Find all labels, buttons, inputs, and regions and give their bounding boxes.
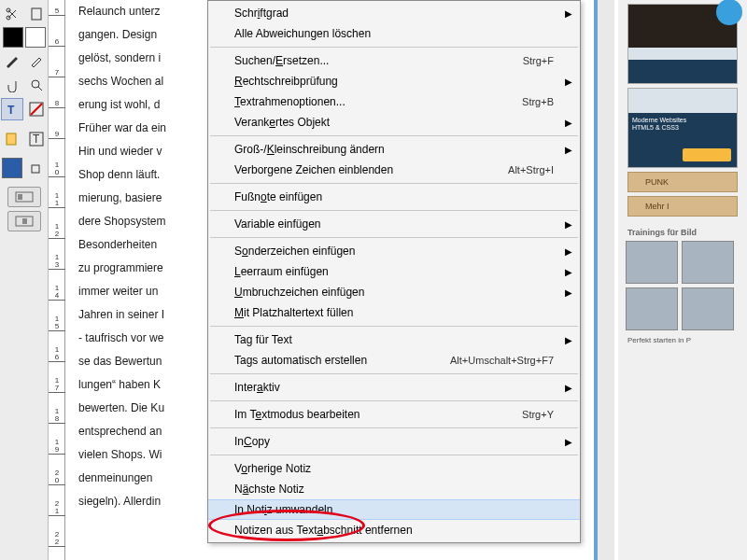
svg-point-3 — [32, 80, 39, 88]
svg-rect-13 — [22, 218, 27, 224]
submenu-arrow-icon: ▶ — [565, 267, 572, 277]
submenu-arrow-icon: ▶ — [565, 145, 572, 155]
sidebar-caption: Perfekt starten in P — [627, 336, 738, 344]
grid-thumb[interactable] — [626, 241, 678, 284]
submenu-arrow-icon: ▶ — [565, 8, 572, 19]
submenu-arrow-icon: ▶ — [565, 287, 572, 298]
grid-thumb[interactable] — [682, 287, 734, 330]
panel-collapsed-bar[interactable] — [594, 0, 614, 560]
menu-item[interactable]: Fußnote einfügen — [208, 187, 580, 207]
grid-thumb[interactable] — [682, 241, 734, 284]
panel-toggle-2[interactable] — [7, 211, 41, 231]
context-menu: Schriftgrad▶Alle Abweichungen löschenSuc… — [207, 0, 581, 543]
swap-icon[interactable] — [24, 158, 47, 180]
submenu-arrow-icon: ▶ — [565, 383, 572, 393]
submenu-arrow-icon: ▶ — [565, 437, 572, 447]
submenu-arrow-icon: ▶ — [565, 246, 572, 257]
text-frame-icon[interactable]: T — [25, 128, 48, 150]
thumbnail-1[interactable] — [627, 4, 738, 84]
svg-rect-11 — [18, 194, 22, 200]
sidebar-heading: Trainings für Bild — [627, 228, 747, 237]
menu-item[interactable]: Groß-/Kleinschreibung ändern▶ — [208, 139, 580, 160]
submenu-arrow-icon: ▶ — [565, 118, 572, 128]
link-bar-2[interactable]: Mehr I — [627, 196, 738, 217]
submenu-arrow-icon: ▶ — [565, 219, 572, 230]
hand-icon[interactable] — [1, 74, 23, 96]
menu-item[interactable]: Im Textmodus bearbeitenStrg+Y — [208, 404, 580, 425]
menu-item[interactable]: Sonderzeichen einfügen▶ — [208, 241, 580, 261]
menu-item[interactable]: In Notiz umwandeln — [208, 499, 580, 520]
menu-item[interactable]: Tags automatisch erstellenAlt+Umschalt+S… — [208, 350, 580, 371]
clipboard-icon[interactable] — [25, 3, 48, 25]
pen-icon[interactable] — [1, 49, 23, 72]
submenu-arrow-icon: ▶ — [565, 335, 572, 345]
panel-toggle-1[interactable] — [7, 187, 41, 207]
menu-item[interactable]: Leerraum einfügen▶ — [208, 261, 580, 282]
zoom-icon[interactable] — [25, 74, 48, 96]
right-sidebar: Moderne WebsitesHTML5 & CSS3 PUNK Mehr I… — [618, 0, 747, 560]
fill-white[interactable] — [25, 27, 46, 48]
menu-item[interactable]: Verankertes Objekt▶ — [208, 112, 580, 133]
menu-item[interactable]: Schriftgrad▶ — [208, 3, 580, 23]
svg-rect-6 — [7, 133, 16, 145]
menu-item[interactable]: Alle Abweichungen löschen — [208, 23, 580, 44]
menu-item[interactable]: Vorherige Notiz — [208, 458, 580, 479]
eyedropper-icon[interactable] — [25, 49, 48, 72]
vertical-ruler: 5678910111213141516171819202122 — [49, 0, 65, 560]
svg-text:T: T — [7, 104, 15, 117]
menu-item[interactable]: Tag für Text▶ — [208, 329, 580, 350]
type-tool-icon[interactable]: T — [1, 98, 23, 120]
menu-item[interactable]: Variable einfügen▶ — [208, 214, 580, 234]
red-slash-icon[interactable] — [25, 98, 48, 120]
fill-black[interactable] — [3, 27, 23, 48]
menu-item[interactable]: Umbruchzeichen einfügen▶ — [208, 282, 580, 302]
scissors-icon[interactable] — [1, 3, 23, 25]
submenu-arrow-icon: ▶ — [565, 77, 572, 87]
menu-item[interactable]: Suchen/Ersetzen...Strg+F — [208, 50, 580, 71]
menu-item[interactable]: Nächste Notiz — [208, 479, 580, 499]
link-bar-1[interactable]: PUNK — [627, 172, 738, 192]
grid-thumb[interactable] — [626, 287, 678, 330]
menu-item[interactable]: Verborgene Zeichen einblendenAlt+Strg+I — [208, 160, 580, 180]
swatch-blue[interactable] — [2, 158, 22, 178]
thumbnail-2[interactable]: Moderne WebsitesHTML5 & CSS3 — [627, 88, 738, 168]
menu-item[interactable]: Mit Platzhaltertext füllen — [208, 302, 580, 323]
svg-rect-2 — [32, 8, 41, 20]
svg-text:T: T — [33, 133, 40, 146]
note-icon[interactable] — [1, 128, 23, 150]
toolbox: T T — [0, 0, 49, 560]
menu-item[interactable]: InCopy▶ — [208, 431, 580, 452]
menu-item[interactable]: Notizen aus Textabschnitt entfernen — [208, 520, 580, 540]
menu-item[interactable]: Interaktiv▶ — [208, 377, 580, 398]
menu-item[interactable]: Rechtschreibprüfung▶ — [208, 71, 580, 91]
menu-item[interactable]: Textrahmenoptionen...Strg+B — [208, 91, 580, 112]
svg-rect-9 — [32, 165, 39, 173]
